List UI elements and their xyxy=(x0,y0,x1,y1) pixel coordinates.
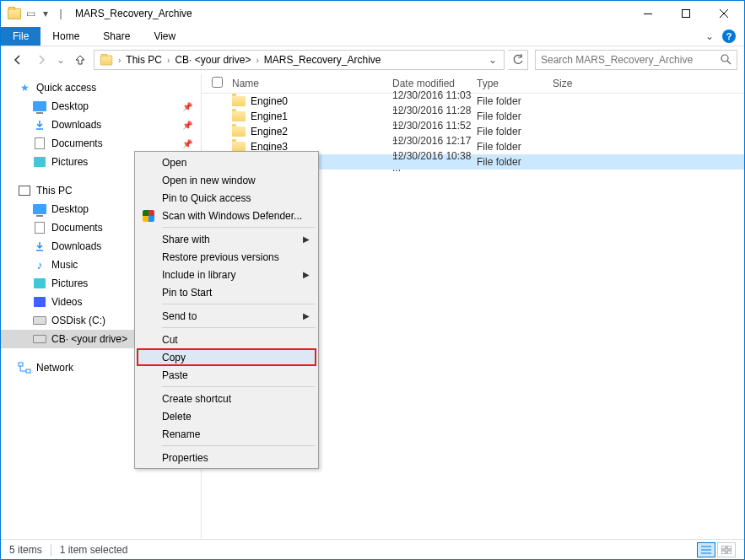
cm-scan-defender[interactable]: Scan with Windows Defender... xyxy=(137,207,316,224)
folder-icon xyxy=(232,111,246,121)
refresh-button[interactable] xyxy=(508,50,528,70)
maximize-button[interactable] xyxy=(667,2,705,25)
view-details-button[interactable] xyxy=(697,542,715,557)
cm-pin-start[interactable]: Pin to Start xyxy=(137,283,316,301)
close-button[interactable] xyxy=(705,2,742,25)
status-item-count: 5 items xyxy=(9,544,42,556)
downloads-icon xyxy=(33,118,46,132)
cm-rename[interactable]: Rename xyxy=(137,425,316,443)
folder-icon xyxy=(232,96,246,106)
cm-open[interactable]: Open xyxy=(137,153,316,171)
select-all-checkbox[interactable] xyxy=(212,77,223,88)
svg-rect-14 xyxy=(727,551,732,554)
col-header-type[interactable]: Type xyxy=(477,78,553,89)
cm-include-library[interactable]: Include in library▶ xyxy=(137,266,316,283)
cm-properties[interactable]: Properties xyxy=(137,449,316,466)
tab-view[interactable]: View xyxy=(142,27,187,46)
svg-rect-1 xyxy=(682,10,689,18)
crumb-drive[interactable]: CB· <your drive> xyxy=(171,51,254,69)
file-name: Engine1 xyxy=(251,110,288,122)
qat-separator: | xyxy=(55,8,67,19)
svg-rect-6 xyxy=(19,363,23,366)
svg-line-3 xyxy=(727,61,731,64)
tab-home[interactable]: Home xyxy=(40,27,91,46)
cm-delete[interactable]: Delete xyxy=(137,407,316,425)
sidebar-quick-access[interactable]: ★ Quick access xyxy=(1,78,201,97)
status-separator xyxy=(51,544,51,556)
minimize-button[interactable] xyxy=(629,2,667,25)
sidebar-item-desktop[interactable]: Desktop 📌 xyxy=(1,97,201,116)
chevron-right-icon[interactable]: › xyxy=(116,56,122,65)
file-date: 12/30/2016 10:38 ... xyxy=(392,150,477,174)
window-folder-icon xyxy=(8,8,21,19)
pc-icon xyxy=(18,184,31,197)
pictures-icon xyxy=(33,155,46,169)
cm-separator xyxy=(162,327,316,328)
chevron-right-icon: ▶ xyxy=(303,311,310,320)
back-button[interactable] xyxy=(8,50,28,70)
crumb-current[interactable]: MARS_Recovery_Archive xyxy=(261,51,385,69)
view-thumbnails-button[interactable] xyxy=(717,542,736,557)
forward-button[interactable] xyxy=(31,50,51,70)
svg-rect-13 xyxy=(721,551,726,554)
chevron-right-icon: ▶ xyxy=(303,234,310,244)
cm-separator xyxy=(162,227,316,228)
qat-newfolder-icon[interactable]: ▾ xyxy=(40,8,51,19)
file-type: File folder xyxy=(477,156,553,168)
cm-restore-previous[interactable]: Restore previous versions xyxy=(137,248,316,266)
pin-icon: 📌 xyxy=(182,139,192,148)
cm-create-shortcut[interactable]: Create shortcut xyxy=(137,390,316,407)
search-input[interactable] xyxy=(541,54,720,66)
tab-file[interactable]: File xyxy=(1,27,40,46)
documents-icon xyxy=(33,221,46,234)
tab-share[interactable]: Share xyxy=(91,27,142,46)
cm-share-with[interactable]: Share with▶ xyxy=(137,230,316,248)
cm-copy[interactable]: Copy xyxy=(137,348,316,366)
svg-rect-7 xyxy=(26,369,30,373)
cm-separator xyxy=(162,386,316,387)
file-type: File folder xyxy=(477,126,553,137)
cm-cut[interactable]: Cut xyxy=(137,331,316,348)
navigation-row: ⌄ › This PC › CB· <your drive> › MARS_Re… xyxy=(1,46,744,73)
address-dropdown-icon[interactable]: ⌄ xyxy=(483,54,502,66)
qat-properties-icon[interactable]: ▭ xyxy=(24,8,36,19)
ribbon-expand-icon[interactable]: ⌄ xyxy=(705,30,714,42)
col-header-date[interactable]: Date modified xyxy=(392,78,477,89)
folder-icon xyxy=(232,127,246,137)
address-bar[interactable]: › This PC › CB· <your drive> › MARS_Reco… xyxy=(94,50,505,70)
context-menu: Open Open in new window Pin to Quick acc… xyxy=(134,151,319,469)
search-icon[interactable] xyxy=(720,53,732,67)
documents-icon xyxy=(33,137,46,150)
network-icon xyxy=(18,361,31,374)
col-header-size[interactable]: Size xyxy=(553,78,603,89)
cm-separator xyxy=(162,304,316,304)
cm-separator xyxy=(162,445,316,446)
crumb-this-pc[interactable]: This PC xyxy=(122,51,165,69)
crumb-root-icon[interactable] xyxy=(96,51,116,69)
cm-open-new-window[interactable]: Open in new window xyxy=(137,171,316,189)
music-icon: ♪ xyxy=(33,258,46,272)
drive-icon xyxy=(33,332,46,346)
chevron-right-icon[interactable]: › xyxy=(165,56,171,65)
help-icon[interactable]: ? xyxy=(722,30,736,43)
pictures-icon xyxy=(33,277,46,290)
up-button[interactable] xyxy=(70,50,90,70)
svg-rect-12 xyxy=(727,546,732,549)
status-bar: 5 items 1 item selected xyxy=(1,539,744,559)
desktop-icon xyxy=(33,100,46,113)
svg-rect-0 xyxy=(644,13,652,14)
ribbon: File Home Share View ⌄ ? xyxy=(1,26,744,46)
col-header-name[interactable]: Name xyxy=(232,78,392,89)
recent-dropdown-icon[interactable]: ⌄ xyxy=(55,50,67,70)
search-box[interactable] xyxy=(535,50,737,70)
svg-rect-11 xyxy=(721,546,726,549)
cm-send-to[interactable]: Send to▶ xyxy=(137,307,316,325)
file-name: Engine2 xyxy=(251,126,288,137)
cm-paste[interactable]: Paste xyxy=(137,366,316,384)
window-title: MARS_Recovery_Archive xyxy=(75,8,192,19)
cm-pin-quick-access[interactable]: Pin to Quick access xyxy=(137,189,316,207)
sidebar-item-downloads[interactable]: Downloads 📌 xyxy=(1,116,201,134)
sidebar-item-documents[interactable]: Documents 📌 xyxy=(1,134,201,153)
chevron-right-icon[interactable]: › xyxy=(254,56,260,65)
file-type: File folder xyxy=(477,95,553,107)
